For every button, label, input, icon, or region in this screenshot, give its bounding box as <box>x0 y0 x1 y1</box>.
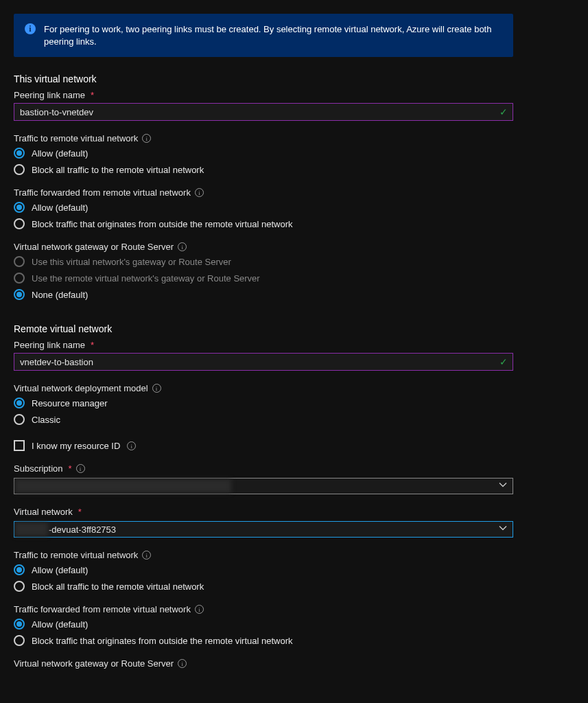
redacted-region <box>15 479 231 493</box>
radio-icon <box>14 164 25 175</box>
required-asterisk: * <box>78 507 82 517</box>
radio-label: Block traffic that originates from outsi… <box>32 636 293 646</box>
label-traffic-fwd-this-text: Traffic forwarded from remote virtual ne… <box>14 187 191 198</box>
label-traffic-fwd-remote-text: Traffic forwarded from remote virtual ne… <box>14 604 191 614</box>
input-peering-link-this[interactable] <box>14 103 513 121</box>
radio-traffic-to-remote-block[interactable]: Block all traffic to the remote virtual … <box>14 581 574 592</box>
label-gateway-this: Virtual network gateway or Route Server … <box>14 242 574 252</box>
section-this-vnet-title: This virtual network <box>14 73 574 84</box>
label-gateway-this-text: Virtual network gateway or Route Server <box>14 242 174 252</box>
required-asterisk: * <box>69 463 72 474</box>
label-gateway-remote: Virtual network gateway or Route Server … <box>14 658 574 669</box>
radio-icon <box>14 273 25 284</box>
radio-deploy-rm[interactable]: Resource manager <box>14 397 574 408</box>
label-peering-link-this-text: Peering link name <box>14 90 85 100</box>
radio-label: Resource manager <box>32 398 108 408</box>
radio-icon <box>14 148 25 159</box>
redacted-region <box>15 522 48 536</box>
required-asterisk: * <box>91 340 94 350</box>
radio-label: None (default) <box>32 290 88 300</box>
radio-traffic-fwd-remote-block[interactable]: Block traffic that originates from outsi… <box>14 635 574 646</box>
help-icon[interactable]: i <box>178 659 187 668</box>
radio-label: Block all traffic to the remote virtual … <box>32 581 204 592</box>
dropdown-subscription[interactable] <box>14 478 513 494</box>
label-deploy-model-text: Virtual network deployment model <box>14 383 148 393</box>
input-peering-link-remote[interactable] <box>14 353 513 371</box>
checkbox-icon <box>14 440 25 451</box>
label-traffic-fwd-remote: Traffic forwarded from remote virtual ne… <box>14 604 574 614</box>
help-icon[interactable]: i <box>195 605 204 614</box>
radio-icon <box>14 414 25 425</box>
help-icon[interactable]: i <box>76 464 85 473</box>
label-subscription: Subscription* i <box>14 463 574 474</box>
label-traffic-to-remote: Traffic to remote virtual network i <box>14 550 574 560</box>
radio-label: Allow (default) <box>32 565 88 575</box>
info-banner: i For peering to work, two peering links… <box>14 14 513 57</box>
radio-traffic-fwd-remote-allow[interactable]: Allow (default) <box>14 619 574 630</box>
radio-icon <box>14 256 25 267</box>
radio-label: Use this virtual network's gateway or Ro… <box>32 257 231 267</box>
radio-label: Allow (default) <box>32 619 88 630</box>
info-banner-text: For peering to work, two peering links m… <box>44 23 502 47</box>
checkbox-label: I know my resource ID <box>32 441 120 451</box>
radio-deploy-classic[interactable]: Classic <box>14 414 574 425</box>
radio-label: Use the remote virtual network's gateway… <box>32 273 260 284</box>
radio-icon <box>14 202 25 213</box>
check-icon: ✓ <box>499 356 508 367</box>
label-subscription-text: Subscription <box>14 463 63 474</box>
radio-gateway-this-use-remote: Use the remote virtual network's gateway… <box>14 273 574 284</box>
radio-icon <box>14 397 25 408</box>
help-icon[interactable]: i <box>142 134 151 143</box>
label-peering-link-this: Peering link name* <box>14 90 574 100</box>
label-virtual-network: Virtual network* <box>14 507 574 517</box>
radio-label: Allow (default) <box>32 148 88 159</box>
radio-gateway-this-use-this: Use this virtual network's gateway or Ro… <box>14 256 574 267</box>
help-icon[interactable]: i <box>142 551 151 560</box>
help-icon[interactable]: i <box>152 384 161 393</box>
radio-icon <box>14 619 25 630</box>
radio-icon <box>14 564 25 575</box>
label-traffic-to-remote-text: Traffic to remote virtual network <box>14 550 138 560</box>
help-icon[interactable]: i <box>195 188 204 197</box>
radio-traffic-to-remote-allow[interactable]: Allow (default) <box>14 564 574 575</box>
radio-gateway-this-none[interactable]: None (default) <box>14 289 574 300</box>
label-virtual-network-text: Virtual network <box>14 507 73 517</box>
help-icon[interactable]: i <box>178 242 187 251</box>
info-icon: i <box>25 23 36 34</box>
label-gateway-remote-text: Virtual network gateway or Route Server <box>14 658 174 669</box>
section-remote-vnet-title: Remote virtual network <box>14 323 574 334</box>
radio-icon <box>14 635 25 646</box>
radio-traffic-to-this-allow[interactable]: Allow (default) <box>14 148 574 159</box>
radio-icon <box>14 289 25 300</box>
radio-traffic-fwd-this-allow[interactable]: Allow (default) <box>14 202 574 213</box>
label-traffic-fwd-this: Traffic forwarded from remote virtual ne… <box>14 187 574 198</box>
chevron-down-icon <box>499 525 507 535</box>
label-peering-link-remote-text: Peering link name <box>14 340 85 350</box>
label-peering-link-remote: Peering link name* <box>14 340 574 350</box>
radio-label: Block all traffic to the remote virtual … <box>32 165 204 175</box>
help-icon[interactable]: i <box>127 441 136 450</box>
label-traffic-to-this: Traffic to remote virtual network i <box>14 133 574 143</box>
dropdown-value: -devuat-3ff82753 <box>49 525 116 535</box>
radio-traffic-to-this-block[interactable]: Block all traffic to the remote virtual … <box>14 164 574 175</box>
required-asterisk: * <box>91 90 94 100</box>
radio-label: Classic <box>32 415 60 425</box>
radio-label: Allow (default) <box>32 203 88 213</box>
radio-icon <box>14 218 25 229</box>
radio-label: Block traffic that originates from outsi… <box>32 219 293 229</box>
radio-traffic-fwd-this-block[interactable]: Block traffic that originates from outsi… <box>14 218 574 229</box>
check-icon: ✓ <box>499 106 508 117</box>
label-traffic-to-this-text: Traffic to remote virtual network <box>14 133 138 143</box>
chevron-down-icon <box>499 481 507 492</box>
checkbox-know-resource-id[interactable]: I know my resource ID i <box>14 440 574 451</box>
radio-icon <box>14 581 25 592</box>
dropdown-virtual-network[interactable]: -devuat-3ff82753 <box>14 521 513 538</box>
label-deploy-model: Virtual network deployment model i <box>14 383 574 393</box>
